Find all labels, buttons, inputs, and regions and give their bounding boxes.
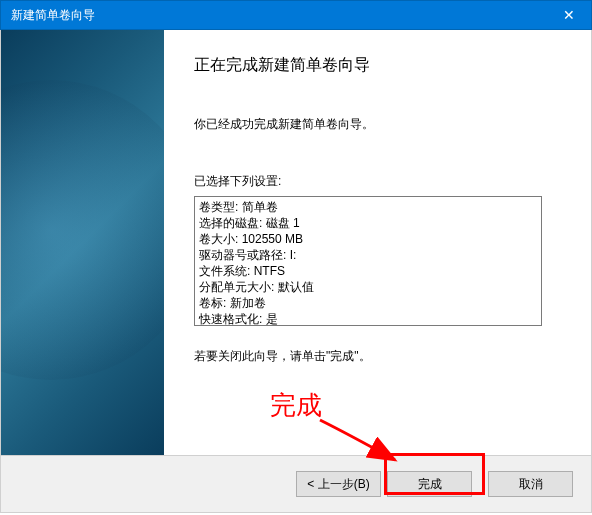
back-button[interactable]: < 上一步(B) <box>296 471 381 497</box>
page-heading: 正在完成新建简单卷向导 <box>194 55 561 76</box>
dialog-body: 正在完成新建简单卷向导 你已经成功完成新建简单卷向导。 已选择下列设置: 卷类型… <box>0 30 592 455</box>
list-item: 快速格式化: 是 <box>199 311 537 326</box>
finish-button[interactable]: 完成 <box>387 471 472 497</box>
button-row: < 上一步(B) 完成 取消 <box>0 455 592 513</box>
close-icon: ✕ <box>563 7 575 23</box>
settings-listbox[interactable]: 卷类型: 简单卷 选择的磁盘: 磁盘 1 卷大小: 102550 MB 驱动器号… <box>194 196 542 326</box>
footer-instruction: 若要关闭此向导，请单击"完成"。 <box>194 348 561 365</box>
close-button[interactable]: ✕ <box>546 0 591 30</box>
description-text: 你已经成功完成新建简单卷向导。 <box>194 116 561 133</box>
cancel-button[interactable]: 取消 <box>488 471 573 497</box>
content-pane: 正在完成新建简单卷向导 你已经成功完成新建简单卷向导。 已选择下列设置: 卷类型… <box>164 30 591 455</box>
list-item: 驱动器号或路径: I: <box>199 247 537 263</box>
window-title: 新建简单卷向导 <box>11 7 546 24</box>
list-item: 卷标: 新加卷 <box>199 295 537 311</box>
wizard-sidebar-image <box>1 30 164 455</box>
list-item: 卷大小: 102550 MB <box>199 231 537 247</box>
titlebar: 新建简单卷向导 ✕ <box>0 0 592 30</box>
list-item: 文件系统: NTFS <box>199 263 537 279</box>
settings-label: 已选择下列设置: <box>194 173 561 190</box>
list-item: 分配单元大小: 默认值 <box>199 279 537 295</box>
list-item: 选择的磁盘: 磁盘 1 <box>199 215 537 231</box>
list-item: 卷类型: 简单卷 <box>199 199 537 215</box>
